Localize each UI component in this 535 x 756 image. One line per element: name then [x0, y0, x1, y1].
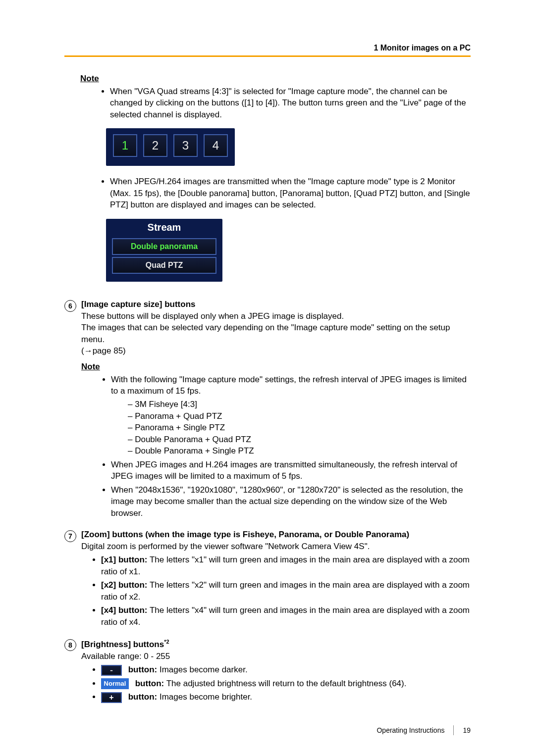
- channel-button-2[interactable]: 2: [143, 134, 167, 157]
- mode-item: Double Panorama + Quad PTZ: [128, 434, 471, 445]
- item-6-text: The images that can be selected vary dep…: [81, 322, 471, 345]
- item-number-7: 7: [64, 530, 76, 542]
- footer-doc-name: Operating Instructions: [376, 726, 444, 734]
- note-text: When "2048x1536", "1920x1080", "1280x960…: [111, 484, 471, 519]
- item-number-8: 8: [64, 639, 76, 651]
- brightness-plus-button[interactable]: +: [101, 692, 122, 703]
- mode-item: Panorama + Single PTZ: [128, 422, 471, 433]
- item-7-title: [Zoom] buttons (when the image type is F…: [81, 530, 471, 540]
- mode-item: 3M Fisheye [4:3]: [128, 399, 471, 410]
- brightness-normal-button[interactable]: Normal: [101, 678, 129, 689]
- brightness-range: Available range: 0 - 255: [81, 651, 471, 662]
- brightness-plus-desc: + button: Images become brighter.: [101, 691, 471, 703]
- item-number-6: 6: [64, 300, 76, 312]
- note-text: When "VGA Quad streams [4:3]" is selecte…: [110, 86, 471, 120]
- item-6-text: (→page 85): [81, 345, 471, 356]
- page-footer: Operating Instructions 19: [376, 725, 471, 735]
- footer-divider: [453, 725, 454, 735]
- brightness-minus-button[interactable]: -: [101, 665, 122, 676]
- stream-button-quad-ptz[interactable]: Quad PTZ: [112, 257, 216, 274]
- note-heading: Note: [80, 74, 471, 84]
- page-header: 1 Monitor images on a PC: [64, 44, 471, 52]
- channel-button-3[interactable]: 3: [173, 134, 198, 157]
- item-6-text: These buttons will be displayed only whe…: [81, 310, 471, 322]
- stream-button-double-panorama[interactable]: Double panorama: [112, 238, 216, 255]
- header-rule: [64, 55, 471, 57]
- stream-title: Stream: [106, 219, 222, 236]
- footer-page-number: 19: [463, 726, 471, 734]
- brightness-minus-desc: - button: Images become darker.: [101, 664, 471, 676]
- item-8-title: [Brightness] buttons*2: [81, 639, 471, 650]
- channel-selector-figure: 1 2 3 4: [106, 128, 235, 166]
- item-6-title: [Image capture size] buttons: [81, 300, 471, 309]
- channel-button-4[interactable]: 4: [204, 134, 228, 157]
- note-text: When JPEG/H.264 images are transmitted w…: [110, 176, 471, 210]
- channel-button-1[interactable]: 1: [113, 134, 137, 157]
- mode-item: Panorama + Quad PTZ: [128, 410, 471, 422]
- note-heading: Note: [81, 362, 471, 372]
- zoom-x2-desc: [x2] button: The letters "x2" will turn …: [101, 579, 471, 603]
- zoom-x1-desc: [x1] button: The letters "x1" will turn …: [101, 554, 471, 577]
- note-text: With the following "Image capture mode" …: [111, 374, 471, 457]
- note-text: When JPEG images and H.264 images are tr…: [111, 459, 471, 482]
- footnote-mark: *2: [164, 639, 169, 645]
- zoom-x4-desc: [x4] button: The letters "x4" will turn …: [101, 605, 471, 628]
- item-7-text: Digital zoom is performed by the viewer …: [81, 541, 471, 552]
- mode-item: Double Panorama + Single PTZ: [128, 445, 471, 456]
- stream-selector-figure: Stream Double panorama Quad PTZ: [106, 219, 222, 282]
- brightness-normal-desc: Normal button: The adjusted brightness w…: [101, 678, 471, 690]
